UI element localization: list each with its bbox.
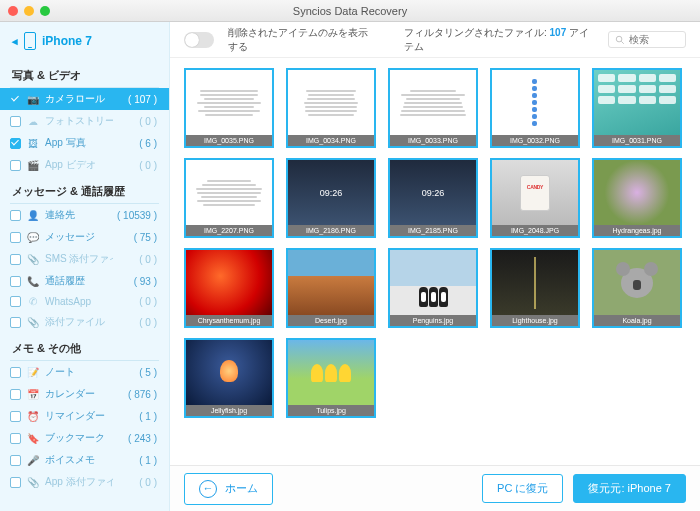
thumbnail[interactable]: 09:26IMG_2186.PNG bbox=[286, 158, 376, 238]
item-count: ( 0 ) bbox=[119, 477, 157, 488]
thumbnail[interactable]: Lighthouse.jpg bbox=[490, 248, 580, 328]
voicememo-icon: 🎤 bbox=[27, 455, 39, 466]
item-count: ( 876 ) bbox=[119, 389, 157, 400]
checkbox[interactable] bbox=[10, 367, 21, 378]
sidebar-item-attach[interactable]: 📎添付ファイル( 0 ) bbox=[0, 311, 169, 333]
sidebar-item-callhistory[interactable]: 📞通話履歴( 93 ) bbox=[0, 270, 169, 292]
thumbnail[interactable]: IMG_0034.PNG bbox=[286, 68, 376, 148]
checkbox[interactable] bbox=[10, 433, 21, 444]
item-count: ( 243 ) bbox=[119, 433, 157, 444]
checkbox[interactable] bbox=[10, 389, 21, 400]
deleted-only-label: 削除されたアイテムのみを表示する bbox=[228, 26, 376, 54]
sidebar-item-messages[interactable]: 💬メッセージ( 75 ) bbox=[0, 226, 169, 248]
item-label: 添付ファイル bbox=[45, 315, 113, 329]
thumbnail-filename: IMG_0032.PNG bbox=[492, 135, 578, 146]
thumbnail-filename: Koala.jpg bbox=[594, 315, 680, 326]
thumbnail[interactable]: Hydrangeas.jpg bbox=[592, 158, 682, 238]
sidebar-item-appvideos[interactable]: 🎬App ビデオ( 0 ) bbox=[0, 154, 169, 176]
device-header[interactable]: ◂ iPhone 7 bbox=[0, 22, 169, 60]
thumbnail-filename: IMG_2185.PNG bbox=[390, 225, 476, 236]
thumbnail[interactable]: IMG_0035.PNG bbox=[184, 68, 274, 148]
contacts-icon: 👤 bbox=[27, 210, 39, 221]
search-icon bbox=[615, 35, 625, 45]
thumbnail-filename: IMG_2186.PNG bbox=[288, 225, 374, 236]
bookmarks-icon: 🔖 bbox=[27, 433, 39, 444]
attach-icon: 📎 bbox=[27, 317, 39, 328]
thumbnail[interactable]: IMG_0032.PNG bbox=[490, 68, 580, 148]
checkbox[interactable] bbox=[10, 411, 21, 422]
sidebar: ◂ iPhone 7 写真 & ビデオ📷カメラロール( 107 )☁フォトストリ… bbox=[0, 22, 170, 511]
sidebar-item-whatsapp[interactable]: ✆WhatsApp( 0 ) bbox=[0, 292, 169, 311]
item-label: カメラロール bbox=[45, 92, 113, 106]
thumbnail-filename: Chrysanthemum.jpg bbox=[186, 315, 272, 326]
item-count: ( 93 ) bbox=[119, 276, 157, 287]
item-label: 通話履歴 bbox=[45, 274, 113, 288]
section-heading: 写真 & ビデオ bbox=[0, 60, 169, 87]
item-count: ( 6 ) bbox=[119, 138, 157, 149]
thumbnail[interactable]: Desert.jpg bbox=[286, 248, 376, 328]
home-button[interactable]: ← ホーム bbox=[184, 473, 273, 505]
item-label: SMS 添付ファイル bbox=[45, 252, 113, 266]
checkbox[interactable] bbox=[10, 116, 21, 127]
window-title: Syncios Data Recovery bbox=[0, 5, 700, 17]
section-heading: メッセージ & 通話履歴 bbox=[0, 176, 169, 203]
checkbox[interactable] bbox=[10, 232, 21, 243]
thumbnail[interactable]: IMG_2207.PNG bbox=[184, 158, 274, 238]
checkbox[interactable] bbox=[10, 455, 21, 466]
thumbnail[interactable]: 09:26IMG_2185.PNG bbox=[388, 158, 478, 238]
item-label: App 写真 bbox=[45, 136, 113, 150]
checkbox[interactable] bbox=[10, 210, 21, 221]
sidebar-item-cameraroll[interactable]: 📷カメラロール( 107 ) bbox=[0, 88, 169, 110]
search-input[interactable] bbox=[608, 31, 686, 48]
item-count: ( 107 ) bbox=[119, 94, 157, 105]
sidebar-item-photostream[interactable]: ☁フォトストリーム( 0 ) bbox=[0, 110, 169, 132]
checkbox[interactable] bbox=[10, 276, 21, 287]
checkbox[interactable] bbox=[10, 296, 21, 307]
sidebar-item-reminders[interactable]: ⏰リマインダー( 1 ) bbox=[0, 405, 169, 427]
sidebar-item-voicememo[interactable]: 🎤ボイスメモ( 1 ) bbox=[0, 449, 169, 471]
sidebar-item-smsattach[interactable]: 📎SMS 添付ファイル( 0 ) bbox=[0, 248, 169, 270]
thumbnail[interactable]: Chrysanthemum.jpg bbox=[184, 248, 274, 328]
thumbnail[interactable]: IMG_0031.PNG bbox=[592, 68, 682, 148]
thumbnail[interactable]: Koala.jpg bbox=[592, 248, 682, 328]
callhistory-icon: 📞 bbox=[27, 276, 39, 287]
appphotos-icon: 🖼 bbox=[27, 138, 39, 149]
appvideos-icon: 🎬 bbox=[27, 160, 39, 171]
sidebar-item-bookmarks[interactable]: 🔖ブックマーク( 243 ) bbox=[0, 427, 169, 449]
item-count: ( 0 ) bbox=[119, 160, 157, 171]
thumbnail[interactable]: IMG_2048.JPG bbox=[490, 158, 580, 238]
whatsapp-icon: ✆ bbox=[27, 296, 39, 307]
sidebar-item-calendar[interactable]: 📅カレンダー( 876 ) bbox=[0, 383, 169, 405]
thumbnail-filename: Desert.jpg bbox=[288, 315, 374, 326]
item-label: リマインダー bbox=[45, 409, 113, 423]
titlebar: Syncios Data Recovery bbox=[0, 0, 700, 22]
thumbnail-filename: Penguins.jpg bbox=[390, 315, 476, 326]
sidebar-item-notes[interactable]: 📝ノート( 5 ) bbox=[0, 361, 169, 383]
checkbox[interactable] bbox=[10, 477, 21, 488]
deleted-only-toggle[interactable] bbox=[184, 32, 214, 48]
thumbnail[interactable]: Tulips.jpg bbox=[286, 338, 376, 418]
sidebar-item-contacts[interactable]: 👤連絡先( 10539 ) bbox=[0, 204, 169, 226]
svg-point-0 bbox=[616, 36, 622, 42]
photostream-icon: ☁ bbox=[27, 116, 39, 127]
checkbox[interactable] bbox=[10, 254, 21, 265]
recover-to-pc-button[interactable]: PC に復元 bbox=[482, 474, 563, 503]
thumbnail[interactable]: Jellyfish.jpg bbox=[184, 338, 274, 418]
item-count: ( 5 ) bbox=[119, 367, 157, 378]
item-label: ボイスメモ bbox=[45, 453, 113, 467]
checkbox[interactable] bbox=[10, 160, 21, 171]
thumbnail-filename: IMG_0034.PNG bbox=[288, 135, 374, 146]
sidebar-item-appattach[interactable]: 📎App 添付ファイル( 0 ) bbox=[0, 471, 169, 493]
item-label: ブックマーク bbox=[45, 431, 113, 445]
footer: ← ホーム PC に復元 復元元: iPhone 7 bbox=[170, 465, 700, 511]
recover-to-device-button[interactable]: 復元元: iPhone 7 bbox=[573, 474, 686, 503]
sidebar-item-appphotos[interactable]: 🖼App 写真( 6 ) bbox=[0, 132, 169, 154]
checkbox[interactable] bbox=[10, 317, 21, 328]
checkbox[interactable] bbox=[10, 138, 21, 149]
thumbnail[interactable]: IMG_0033.PNG bbox=[388, 68, 478, 148]
checkbox[interactable] bbox=[10, 94, 21, 105]
thumbnail[interactable]: Penguins.jpg bbox=[388, 248, 478, 328]
item-count: ( 0 ) bbox=[119, 296, 157, 307]
item-label: App 添付ファイル bbox=[45, 475, 113, 489]
thumbnail-filename: IMG_0035.PNG bbox=[186, 135, 272, 146]
